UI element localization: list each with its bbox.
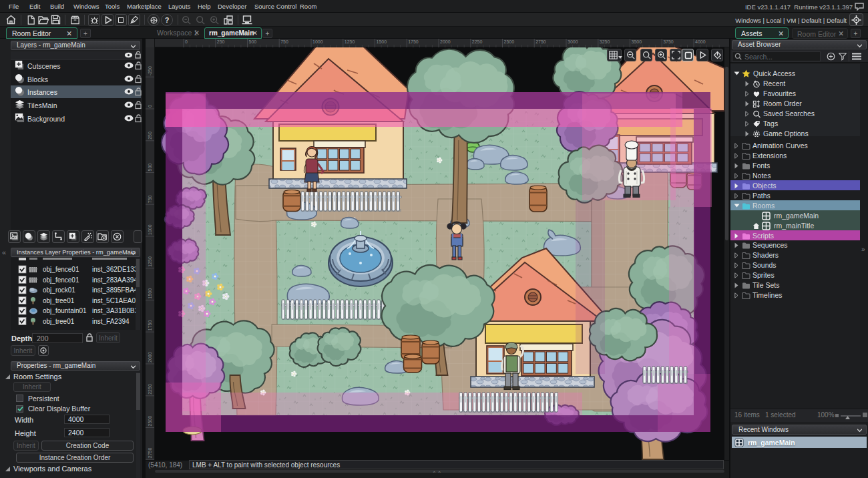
svg-text:obj_rock01: obj_rock01 — [43, 286, 75, 294]
svg-text:inst_3A31B0B2: inst_3A31B0B2 — [92, 307, 138, 314]
svg-text:obj_fence01: obj_fence01 — [43, 276, 79, 284]
svg-text:1750: 1750 — [148, 320, 152, 331]
svg-text:2250: 2250 — [472, 39, 483, 44]
svg-text:-250: -250 — [148, 66, 152, 75]
svg-text:2000: 2000 — [440, 39, 451, 44]
svg-text:500: 500 — [148, 164, 152, 172]
svg-text:750: 750 — [280, 39, 288, 44]
svg-text:2500: 2500 — [504, 39, 515, 44]
svg-text:1750: 1750 — [408, 39, 419, 44]
svg-text:1000: 1000 — [148, 224, 152, 235]
svg-text:3500: 3500 — [632, 39, 642, 44]
svg-text:inst_283AA394: inst_283AA394 — [92, 276, 138, 284]
svg-text:1500: 1500 — [148, 288, 152, 299]
svg-text:1500: 1500 — [377, 39, 387, 44]
svg-text:inst_FA2394: inst_FA2394 — [92, 318, 130, 325]
svg-text:3000: 3000 — [568, 39, 578, 44]
svg-text:2750: 2750 — [148, 448, 152, 459]
svg-text:obj_tree01: obj_tree01 — [43, 297, 75, 304]
svg-text:1000: 1000 — [312, 39, 323, 44]
svg-text:2000: 2000 — [148, 352, 152, 363]
svg-text:3750: 3750 — [663, 39, 674, 44]
svg-text:0: 0 — [148, 105, 152, 107]
svg-text:3250: 3250 — [600, 39, 610, 44]
svg-text:250: 250 — [148, 132, 152, 140]
svg-text:obj_fountain01: obj_fountain01 — [43, 307, 87, 314]
svg-text:2750: 2750 — [535, 39, 546, 44]
svg-text:500: 500 — [249, 39, 257, 44]
svg-text:obj_tree01: obj_tree01 — [43, 318, 75, 325]
svg-text:inst_362DE133: inst_362DE133 — [92, 266, 138, 273]
svg-text:750: 750 — [148, 195, 152, 203]
svg-text:1250: 1250 — [345, 39, 355, 44]
svg-text:inst_3895FBA4: inst_3895FBA4 — [92, 286, 138, 294]
svg-text:2250: 2250 — [148, 384, 152, 395]
svg-text:inst_5C1AEA09: inst_5C1AEA09 — [92, 297, 138, 304]
svg-text:0: 0 — [185, 39, 188, 44]
svg-text:2500: 2500 — [148, 416, 152, 427]
svg-text:1250: 1250 — [148, 256, 152, 267]
svg-text:250: 250 — [217, 39, 225, 44]
svg-text:obj_fence01: obj_fence01 — [43, 266, 79, 273]
svg-text:4000: 4000 — [695, 39, 706, 44]
